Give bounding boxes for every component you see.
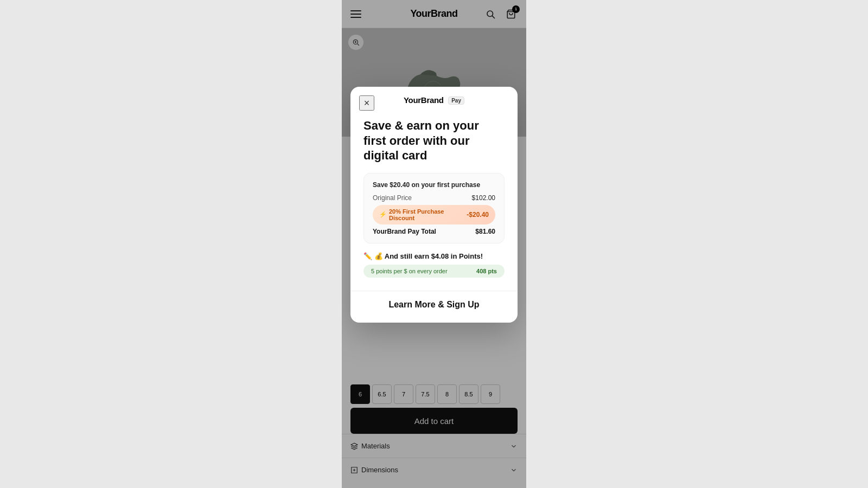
- discount-row: ⚡ 20% First Purchase Discount -$20.40: [373, 205, 495, 224]
- original-price-row: Original Price $102.00: [373, 194, 495, 202]
- original-price-label: Original Price: [373, 194, 412, 202]
- total-value: $81.60: [475, 228, 495, 235]
- points-heading: ✏️ 💰 And still earn $4.08 in Points!: [363, 252, 505, 260]
- modal-brand-title: YourBrand Pay: [404, 95, 464, 105]
- original-price-value: $102.00: [472, 194, 495, 202]
- points-section: ✏️ 💰 And still earn $4.08 in Points! 5 p…: [363, 252, 505, 278]
- modal-overlay: × YourBrand Pay Save & earn on your firs…: [342, 0, 526, 488]
- savings-card: Save $20.40 on your first purchase Origi…: [363, 173, 505, 243]
- modal-footer: Learn More & Sign Up: [350, 291, 518, 323]
- total-label: YourBrand Pay Total: [373, 228, 436, 235]
- points-value: 408 pts: [476, 268, 497, 274]
- modal-close-button[interactable]: ×: [359, 95, 374, 111]
- points-pill: 5 points per $ on every order 408 pts: [363, 265, 505, 278]
- discount-label: ⚡ 20% First Purchase Discount: [379, 208, 467, 221]
- points-description: 5 points per $ on every order: [371, 268, 448, 274]
- bolt-icon: ⚡: [379, 211, 387, 218]
- modal-header: × YourBrand Pay: [350, 87, 518, 110]
- pay-modal: × YourBrand Pay Save & earn on your firs…: [350, 87, 518, 323]
- savings-header: Save $20.40 on your first purchase: [373, 181, 495, 189]
- learn-more-signup-button[interactable]: Learn More & Sign Up: [388, 300, 479, 310]
- discount-value: -$20.40: [467, 211, 489, 219]
- modal-body: Save & earn on your first order with our…: [350, 110, 518, 291]
- total-row: YourBrand Pay Total $81.60: [373, 228, 495, 235]
- modal-title: Save & earn on your first order with our…: [363, 118, 505, 163]
